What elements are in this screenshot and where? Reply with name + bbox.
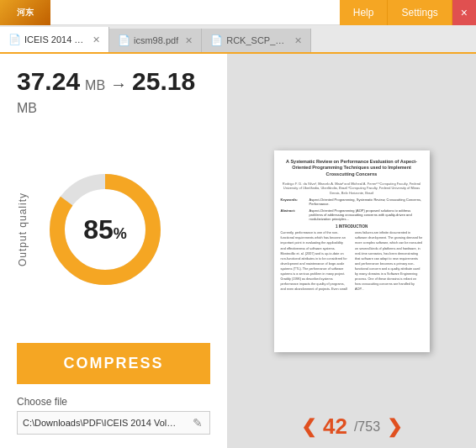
tab-label-3: RCK_SCP_Clones bbox=[226, 35, 288, 45]
choose-file-input-row: C:\Downloads\PDF\ICEIS 2014 Volume 2.pc … bbox=[17, 411, 210, 435]
original-size: 37.24 bbox=[17, 67, 80, 96]
title-bar: 河东 Help Settings × bbox=[0, 0, 476, 25]
keywords-text: Aspect-Oriented Programming, Systematic … bbox=[309, 198, 423, 206]
pdf-section-heading: 1 INTRODUCTION bbox=[281, 224, 423, 229]
pdf-keywords: Keywords: Aspect-Oriented Programming, S… bbox=[281, 198, 423, 206]
prev-page-button[interactable]: ❮ bbox=[301, 416, 316, 438]
right-panel: A Systematic Review on Performance Evalu… bbox=[227, 54, 476, 448]
pdf-abstract: Abstract: Aspect-Oriented Programming (A… bbox=[281, 208, 423, 221]
file-path: C:\Downloads\PDF\ICEIS 2014 Volume 2.pc bbox=[18, 418, 186, 428]
tab-close-2[interactable]: ✕ bbox=[185, 35, 193, 46]
size-display: 37.24MB → 25.18MB bbox=[17, 67, 210, 116]
tab-label-1: ICEIS 2014 Volun bbox=[24, 34, 86, 45]
tab-close-1[interactable]: ✕ bbox=[93, 34, 100, 45]
main-content: 37.24MB → 25.18MB Output quality 85% bbox=[0, 54, 476, 448]
settings-button[interactable]: Settings bbox=[388, 0, 452, 25]
pdf-preview: A Systematic Review on Performance Evalu… bbox=[274, 150, 430, 352]
page-total: /753 bbox=[354, 419, 380, 435]
pdf-title: A Systematic Review on Performance Evalu… bbox=[281, 159, 423, 178]
choose-file-section: Choose file C:\Downloads\PDF\ICEIS 2014 … bbox=[17, 396, 210, 435]
donut-center: 85% bbox=[83, 214, 127, 245]
tab-label-2: icsm98.pdf bbox=[134, 35, 178, 45]
tab-icon-1: 📄 bbox=[8, 34, 21, 45]
donut-percent-sign: % bbox=[114, 225, 127, 242]
donut-area: Output quality 85% bbox=[17, 124, 210, 335]
donut-chart: 85% bbox=[42, 166, 168, 293]
page-navigation: ❮ 42 /753 ❯ bbox=[227, 414, 476, 440]
edit-icon[interactable]: ✎ bbox=[186, 416, 209, 430]
result-unit: MB bbox=[17, 101, 37, 116]
logo-text: 河东 bbox=[17, 7, 34, 18]
donut-percent: 85% bbox=[83, 214, 127, 245]
choose-file-label: Choose file bbox=[17, 396, 210, 408]
keywords-label: Keywords: bbox=[281, 198, 306, 206]
app-logo: 河东 bbox=[0, 0, 50, 25]
tab-icon-3: 📄 bbox=[210, 34, 223, 46]
abstract-text: Aspect-Oriented Programming (AOP) propos… bbox=[309, 208, 423, 221]
abstract-label: Abstract: bbox=[281, 208, 306, 221]
left-panel: 37.24MB → 25.18MB Output quality 85% bbox=[0, 54, 227, 448]
tab-icsm98[interactable]: 📄 icsm98.pdf ✕ bbox=[109, 29, 202, 52]
pdf-body-text: Currently, performance is one of the non… bbox=[281, 230, 423, 292]
tab-close-3[interactable]: ✕ bbox=[294, 35, 302, 46]
help-button[interactable]: Help bbox=[340, 0, 389, 25]
output-quality-label: Output quality bbox=[17, 192, 29, 266]
page-number: 42 bbox=[323, 414, 347, 440]
tab-rck[interactable]: 📄 RCK_SCP_Clones ✕ bbox=[202, 29, 311, 52]
next-page-button[interactable]: ❯ bbox=[387, 416, 402, 438]
pdf-authors: Rodrigo F. G. da Silva¹, Marcelo A. Maia… bbox=[281, 182, 423, 196]
size-arrow: → bbox=[110, 75, 127, 94]
title-bar-actions: Help Settings × bbox=[340, 0, 476, 25]
compress-button[interactable]: COMPRESS bbox=[17, 343, 210, 384]
tab-iceis[interactable]: 📄 ICEIS 2014 Volun ✕ bbox=[0, 27, 109, 52]
tab-icon-2: 📄 bbox=[118, 34, 130, 46]
tabs-bar: 📄 ICEIS 2014 Volun ✕ 📄 icsm98.pdf ✕ 📄 RC… bbox=[0, 25, 476, 54]
original-unit: MB bbox=[85, 78, 105, 93]
close-button[interactable]: × bbox=[452, 0, 476, 25]
result-size: 25.18 bbox=[132, 67, 195, 96]
